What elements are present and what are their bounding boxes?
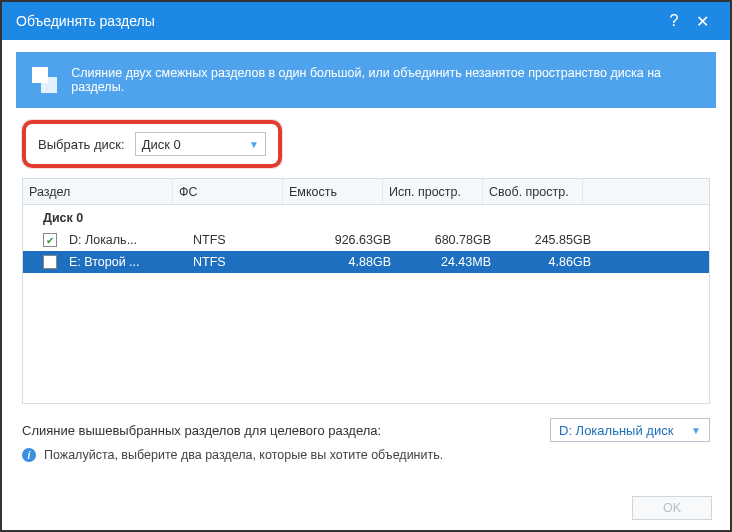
col-used[interactable]: Исп. простр. [383,179,483,204]
disk-select-highlight: Выбрать диск: Диск 0 ▼ [22,120,282,168]
disk-select[interactable]: Диск 0 ▼ [135,132,266,156]
hint-text: Пожалуйста, выберите два раздела, которы… [44,448,443,462]
table-row[interactable]: E: Второй ... NTFS 4.88GB 24.43MB 4.86GB [23,251,709,273]
col-free[interactable]: Своб. простр. [483,179,583,204]
ok-button[interactable]: OK [632,496,712,520]
table-empty-space [23,273,709,403]
table-header: Раздел ФС Емкость Исп. простр. Своб. про… [23,179,709,205]
cell-used: 24.43MB [397,255,497,269]
col-capacity[interactable]: Емкость [283,179,383,204]
merge-icon [32,67,57,93]
cell-cap: 4.88GB [297,255,397,269]
cell-fs: NTFS [187,255,297,269]
titlebar: Объединять разделы ? ✕ [2,2,730,40]
cell-fs: NTFS [187,233,297,247]
info-banner: Слияние двух смежных разделов в один бол… [16,52,716,108]
cell-name: E: Второй ... [63,255,187,269]
col-partition[interactable]: Раздел [23,179,173,204]
disk-group-label: Диск 0 [23,205,709,229]
window-title: Объединять разделы [16,13,660,29]
footer: OK [632,496,712,520]
target-row: Слияние вышевыбранных разделов для целев… [22,418,710,442]
disk-select-label: Выбрать диск: [38,137,125,152]
chevron-down-icon: ▼ [249,139,259,150]
cell-free: 4.86GB [497,255,597,269]
checkbox[interactable] [43,255,57,269]
disk-select-value: Диск 0 [142,137,181,152]
info-icon: i [22,448,36,462]
checkbox[interactable]: ✔ [43,233,57,247]
cell-cap: 926.63GB [297,233,397,247]
hint-row: i Пожалуйста, выберите два раздела, кото… [22,448,710,462]
table-row[interactable]: ✔ D: Локаль... NTFS 926.63GB 680.78GB 24… [23,229,709,251]
target-select[interactable]: D: Локальный диск ▼ [550,418,710,442]
target-label: Слияние вышевыбранных разделов для целев… [22,423,381,438]
chevron-down-icon: ▼ [691,425,701,436]
banner-text: Слияние двух смежных разделов в один бол… [71,66,700,94]
cell-used: 680.78GB [397,233,497,247]
cell-name: D: Локаль... [63,233,187,247]
target-select-value: D: Локальный диск [559,423,673,438]
col-fs[interactable]: ФС [173,179,283,204]
close-icon[interactable]: ✕ [688,12,716,31]
cell-free: 245.85GB [497,233,597,247]
partition-table: Раздел ФС Емкость Исп. простр. Своб. про… [22,178,710,404]
help-icon[interactable]: ? [660,12,688,30]
